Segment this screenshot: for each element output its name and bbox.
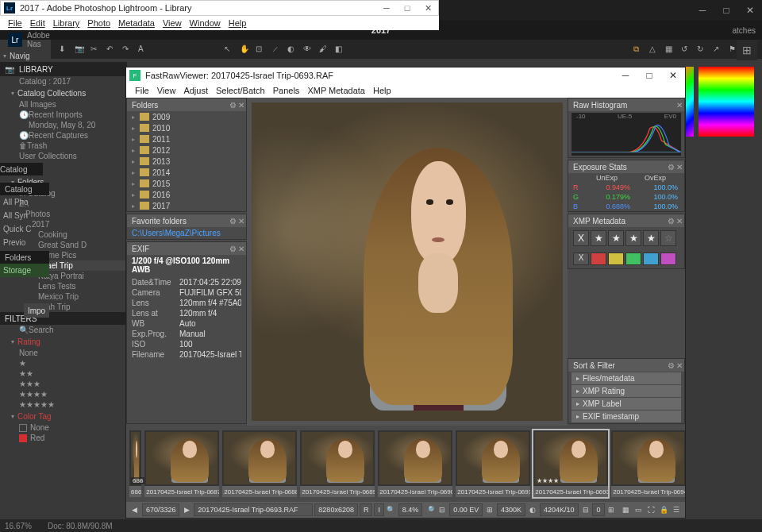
brush-icon[interactable]: 🖌 — [319, 44, 329, 54]
frv-menu-panels[interactable]: Panels — [269, 86, 304, 95]
thumbnail[interactable]: 20170425-Israel Trip-0691 — [456, 430, 530, 497]
folder-2009[interactable]: ▸2009 — [127, 111, 246, 122]
fullscreen-icon[interactable]: ⛶ — [645, 504, 656, 515]
frv-menu-file[interactable]: File — [131, 86, 153, 95]
folder-2017[interactable]: ▸2017 — [127, 200, 246, 211]
lock-icon[interactable]: 🔒 — [658, 504, 669, 515]
lr-subfolder[interactable]: Mexico Trip — [0, 291, 127, 302]
lr-library-header[interactable]: LIBRARY — [19, 65, 53, 74]
xmp-star-4[interactable]: ★ — [643, 230, 659, 246]
lr-catalog-tab2[interactable]: Catalog — [0, 183, 49, 195]
xmp-star-3[interactable]: ★ — [625, 230, 641, 246]
lr-coll-recent-captures[interactable]: 🕓 Recent Captures — [0, 130, 127, 141]
sort-files[interactable]: Files/metadata — [572, 372, 681, 384]
color-picker-panel[interactable] — [698, 67, 754, 137]
hand-icon[interactable]: ✋ — [240, 44, 249, 54]
sort-rating[interactable]: XMP Rating — [572, 385, 681, 397]
lr-rating-none[interactable]: None — [0, 348, 127, 358]
zoom-out-icon[interactable]: 🔍 — [386, 504, 397, 515]
lr-coll-monday[interactable]: Monday, May 8, 20 — [0, 120, 127, 130]
thumbnail[interactable]: 20170425-Israel Trip-0688 — [222, 430, 297, 497]
frv-menu-xmp[interactable]: XMP Metadata — [303, 86, 369, 95]
xmp-label-0[interactable]: X — [573, 253, 589, 265]
lr-cat-quick[interactable]: Quick C — [0, 222, 49, 236]
lr-search[interactable]: 🔍 Search — [0, 325, 127, 335]
val-down-icon[interactable]: ⊟ — [580, 504, 591, 515]
thumbnail[interactable]: 20170425-Israel Trip-0690 — [378, 430, 452, 497]
rotate-cw-icon[interactable]: ↻ — [697, 44, 706, 54]
frv-menu-help[interactable]: Help — [369, 86, 395, 95]
lr-rating-1[interactable]: ★ — [0, 358, 127, 368]
folder-2012[interactable]: ▸2012 — [127, 145, 246, 156]
lr-navigator-header[interactable]: Navig — [0, 49, 127, 62]
folder-2015[interactable]: ▸2015 — [127, 178, 246, 189]
lr-folders-tab[interactable]: Folders — [0, 251, 49, 264]
folder-2016[interactable]: ▸2016 — [127, 189, 246, 200]
frv-filmstrip[interactable]: ★★★★★68668620170425-Israel Trip-06872017… — [126, 426, 685, 502]
redeye-icon[interactable]: 👁 — [303, 44, 313, 54]
frv-exif-header[interactable]: EXIF⚙✕ — [127, 242, 246, 255]
bridge-libraries-button[interactable]: ⊞ — [737, 40, 757, 60]
thumbnail[interactable]: 20170425-Israel Trip-0694 — [611, 430, 685, 497]
lr-cat-all[interactable]: All Pho — [0, 195, 49, 209]
status-mode[interactable]: R — [360, 503, 373, 516]
bridge-maximize-button[interactable]: □ — [714, 0, 738, 21]
bridge-minimize-button[interactable]: ─ — [691, 0, 714, 21]
straighten-icon[interactable]: ⟋ — [271, 44, 281, 54]
frv-menu-adjust[interactable]: Adjust — [179, 86, 212, 95]
xmp-label-4[interactable] — [643, 253, 659, 265]
lr-rating-3[interactable]: ★★★ — [0, 379, 127, 389]
gear-icon[interactable]: ⚙ — [668, 163, 675, 172]
thumbnail[interactable]: ★★★★★686686 — [129, 430, 141, 497]
xmp-label-5[interactable] — [660, 253, 676, 265]
status-info[interactable]: I — [374, 503, 384, 516]
pointer-icon[interactable]: ↖ — [224, 44, 233, 54]
gradient-icon[interactable]: ◧ — [335, 44, 344, 54]
xmp-label-2[interactable] — [608, 253, 624, 265]
lr-subfolder[interactable]: Utah Trip — [0, 302, 127, 312]
lr-colortag-red[interactable]: Red — [0, 433, 127, 443]
frv-menu-select[interactable]: Select/Batch — [212, 86, 269, 95]
folder-2013[interactable]: ▸2013 — [127, 156, 246, 167]
lr-rating-header[interactable]: Rating — [0, 335, 127, 348]
lr-menu-file[interactable]: File — [5, 18, 25, 28]
lr-menu-view[interactable]: View — [160, 18, 185, 28]
lr-storage-row[interactable]: Storage — [0, 264, 49, 277]
lr-menu-library[interactable]: Library — [50, 18, 83, 28]
share-icon[interactable]: ↗ — [713, 44, 722, 54]
lr-catalog-collections[interactable]: Catalog Collections — [0, 87, 127, 99]
gear-icon[interactable]: ⚙ — [229, 101, 237, 110]
contrast-icon[interactable]: ◐ — [527, 504, 538, 515]
frv-maximize-button[interactable]: □ — [637, 67, 661, 83]
xmp-star-1[interactable]: ★ — [591, 230, 606, 246]
val-up-icon[interactable]: ⊞ — [606, 504, 618, 515]
frv-exposure-header[interactable]: Exposure Stats⚙✕ — [568, 160, 684, 173]
bridge-close-button[interactable]: ✕ — [738, 0, 762, 21]
lr-coll-recent-imports[interactable]: 🕓 Recent Imports — [0, 110, 127, 120]
stack-icon[interactable]: ⧉ — [633, 44, 643, 54]
lr-menu-help[interactable]: Help — [225, 18, 250, 28]
ev-down-icon[interactable]: ⊟ — [437, 504, 448, 515]
lr-colortag-header[interactable]: Color Tag — [0, 410, 127, 422]
frv-close-button[interactable]: ✕ — [661, 67, 685, 83]
xmp-label-3[interactable] — [625, 253, 641, 265]
close-icon[interactable]: ✕ — [676, 217, 683, 226]
gear-icon[interactable]: ⚙ — [668, 361, 675, 370]
single-view-icon[interactable]: ▭ — [633, 504, 644, 515]
close-icon[interactable]: ✕ — [676, 361, 683, 370]
frv-fav-header[interactable]: Favorite folders⚙✕ — [127, 214, 246, 227]
next-button[interactable]: ▶ — [181, 504, 192, 515]
lr-menu-photo[interactable]: Photo — [84, 18, 114, 28]
close-icon[interactable]: ✕ — [238, 245, 244, 253]
folder-2011[interactable]: ▸2011 — [127, 133, 246, 145]
ev-up-icon[interactable]: ⊞ — [484, 504, 495, 515]
prev-button[interactable]: ◀ — [129, 504, 140, 515]
crop-icon[interactable]: ⊡ — [256, 44, 265, 54]
frv-fav-path[interactable]: C:\Users\MegaZ\Pictures — [127, 227, 246, 239]
text-icon[interactable]: A — [138, 44, 148, 54]
lr-maximize-button[interactable]: □ — [397, 1, 418, 15]
frv-folders-header[interactable]: Folders⚙✕ — [127, 98, 246, 111]
close-icon[interactable]: ✕ — [238, 101, 244, 110]
lr-cat-syn[interactable]: All Syn — [0, 209, 49, 222]
close-icon[interactable]: ✕ — [676, 163, 683, 172]
